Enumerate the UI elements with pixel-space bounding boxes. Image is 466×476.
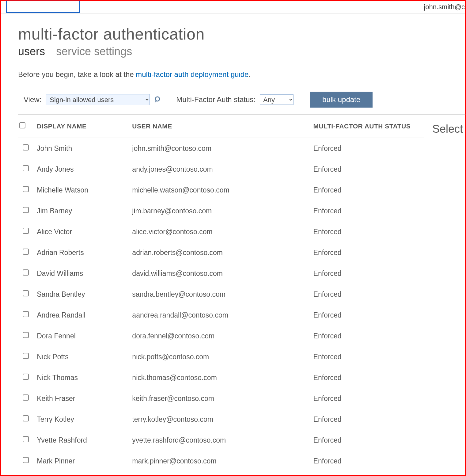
cell-user-name: nick.potts@contoso.com: [132, 346, 313, 367]
cell-status: Enforced: [313, 159, 424, 180]
cell-status: Enforced: [313, 138, 424, 159]
cell-display-name: Jim Barney: [37, 200, 132, 221]
row-checkbox[interactable]: [23, 311, 29, 317]
cell-user-name: mark.pinner@contoso.com: [132, 451, 313, 471]
table-row[interactable]: David Williamsdavid.williams@contoso.com…: [18, 263, 424, 284]
row-checkbox[interactable]: [23, 374, 29, 380]
cell-user-name: david.clarkson@contoso.com: [132, 471, 313, 476]
cell-display-name: Dora Fennel: [37, 326, 132, 346]
cell-display-name: Keith Fraser: [37, 388, 132, 409]
cell-display-name: Terry Kotley: [37, 409, 132, 430]
cell-user-name: andy.jones@contoso.com: [132, 159, 313, 180]
side-panel: Select: [424, 115, 465, 476]
users-table: DISPLAY NAME USER NAME MULTI-FACTOR AUTH…: [18, 115, 424, 476]
table-row[interactable]: Sandra Bentleysandra.bentley@contoso.com…: [18, 284, 424, 305]
table-header-row: DISPLAY NAME USER NAME MULTI-FACTOR AUTH…: [18, 115, 424, 138]
cell-status: Enforced: [313, 326, 424, 346]
cell-user-name: jim.barney@contoso.com: [132, 200, 313, 221]
tab-service-settings[interactable]: service settings: [56, 45, 132, 58]
table-row[interactable]: Nick Thomasnick.thomas@contoso.comEnforc…: [18, 367, 424, 388]
cell-status: Enforced: [313, 451, 424, 471]
search-icon[interactable]: [154, 96, 162, 104]
account-email[interactable]: john.smith@c: [424, 3, 465, 11]
cell-status: Enforced: [313, 242, 424, 263]
table-row[interactable]: Yvette Rashfordyvette.rashford@contoso.c…: [18, 430, 424, 451]
cell-user-name: john.smith@contoso.com: [132, 138, 313, 159]
table-row[interactable]: Terry Kotleyterry.kotley@contoso.comEnfo…: [18, 409, 424, 430]
row-checkbox[interactable]: [23, 457, 29, 463]
table-row[interactable]: Jim Barneyjim.barney@contoso.comEnforced: [18, 200, 424, 221]
browser-tab-placeholder[interactable]: [6, 1, 80, 13]
table-row[interactable]: Andrea Randallaandrea.randall@contoso.co…: [18, 305, 424, 326]
select-all-checkbox[interactable]: [19, 122, 25, 128]
col-header-status[interactable]: MULTI-FACTOR AUTH STATUS: [313, 115, 424, 138]
cell-display-name: Yvette Rashford: [37, 430, 132, 451]
tab-users[interactable]: users: [18, 45, 45, 58]
filter-bar: View: Sign-in allowed users Multi-Factor…: [18, 92, 465, 108]
cell-display-name: Nick Potts: [37, 346, 132, 367]
cell-status: Enforced: [313, 367, 424, 388]
cell-user-name: nick.thomas@contoso.com: [132, 367, 313, 388]
row-checkbox[interactable]: [23, 165, 29, 171]
row-checkbox[interactable]: [23, 269, 29, 276]
table-row[interactable]: Mark Pinnermark.pinner@contoso.comEnforc…: [18, 451, 424, 471]
row-checkbox[interactable]: [23, 332, 29, 338]
cell-user-name: alice.victor@contoso.com: [132, 221, 313, 242]
row-checkbox[interactable]: [23, 353, 29, 359]
table-row[interactable]: Dora Fenneldora.fennel@contoso.comEnforc…: [18, 326, 424, 346]
cell-status: Enforced: [313, 346, 424, 367]
table-row[interactable]: Andy Jonesandy.jones@contoso.comEnforced: [18, 159, 424, 180]
svg-line-1: [156, 101, 157, 102]
row-checkbox[interactable]: [23, 436, 29, 442]
table-row[interactable]: Keith Fraserkeith.fraser@contoso.comEnfo…: [18, 388, 424, 409]
page-title: multi-factor authentication: [18, 25, 465, 43]
cell-status: Enforced: [313, 471, 424, 476]
cell-user-name: sandra.bentley@contoso.com: [132, 284, 313, 305]
table-row[interactable]: Michelle Watsonmichelle.watson@contoso.c…: [18, 180, 424, 200]
row-checkbox[interactable]: [23, 249, 29, 255]
view-select[interactable]: Sign-in allowed users: [46, 94, 150, 105]
view-label: View:: [24, 95, 41, 104]
cell-status: Enforced: [313, 221, 424, 242]
cell-status: Enforced: [313, 200, 424, 221]
page-tabs: users service settings: [18, 45, 465, 58]
row-checkbox[interactable]: [23, 415, 29, 421]
cell-display-name: Sandra Bentley: [37, 284, 132, 305]
cell-user-name: david.williams@contoso.com: [132, 263, 313, 284]
cell-display-name: David Clarkson: [37, 471, 132, 476]
cell-user-name: adrian.roberts@contoso.com: [132, 242, 313, 263]
cell-display-name: Alice Victor: [37, 221, 132, 242]
cell-status: Enforced: [313, 430, 424, 451]
row-checkbox[interactable]: [23, 207, 29, 213]
table-row[interactable]: John Smithjohn.smith@contoso.comEnforced: [18, 138, 424, 159]
cell-user-name: keith.fraser@contoso.com: [132, 388, 313, 409]
cell-display-name: Adrian Roberts: [37, 242, 132, 263]
deployment-guide-link[interactable]: multi-factor auth deployment guide: [136, 70, 248, 78]
intro-suffix: .: [248, 70, 251, 78]
row-checkbox[interactable]: [23, 186, 29, 192]
table-row[interactable]: Nick Pottsnick.potts@contoso.comEnforced: [18, 346, 424, 367]
status-select[interactable]: Any: [260, 94, 294, 105]
table-row[interactable]: Adrian Robertsadrian.roberts@contoso.com…: [18, 242, 424, 263]
cell-status: Enforced: [313, 180, 424, 200]
cell-status: Enforced: [313, 263, 424, 284]
bulk-update-button[interactable]: bulk update: [310, 92, 373, 108]
top-bar: john.smith@c: [1, 1, 465, 14]
cell-status: Enforced: [313, 284, 424, 305]
cell-user-name: terry.kotley@contoso.com: [132, 409, 313, 430]
row-checkbox[interactable]: [23, 290, 29, 296]
cell-user-name: michelle.watson@contoso.com: [132, 180, 313, 200]
row-checkbox[interactable]: [23, 394, 29, 401]
cell-status: Enforced: [313, 409, 424, 430]
row-checkbox[interactable]: [23, 144, 29, 150]
cell-status: Enforced: [313, 305, 424, 326]
cell-display-name: Michelle Watson: [37, 180, 132, 200]
intro-text: Before you begin, take a look at the mul…: [18, 70, 465, 79]
cell-display-name: Nick Thomas: [37, 367, 132, 388]
row-checkbox[interactable]: [23, 228, 29, 234]
col-header-user-name[interactable]: USER NAME: [132, 115, 313, 138]
table-row[interactable]: Alice Victoralice.victor@contoso.comEnfo…: [18, 221, 424, 242]
col-header-display-name[interactable]: DISPLAY NAME: [37, 115, 132, 138]
status-label: Multi-Factor Auth status:: [176, 95, 256, 104]
table-row[interactable]: David Clarksondavid.clarkson@contoso.com…: [18, 471, 424, 476]
